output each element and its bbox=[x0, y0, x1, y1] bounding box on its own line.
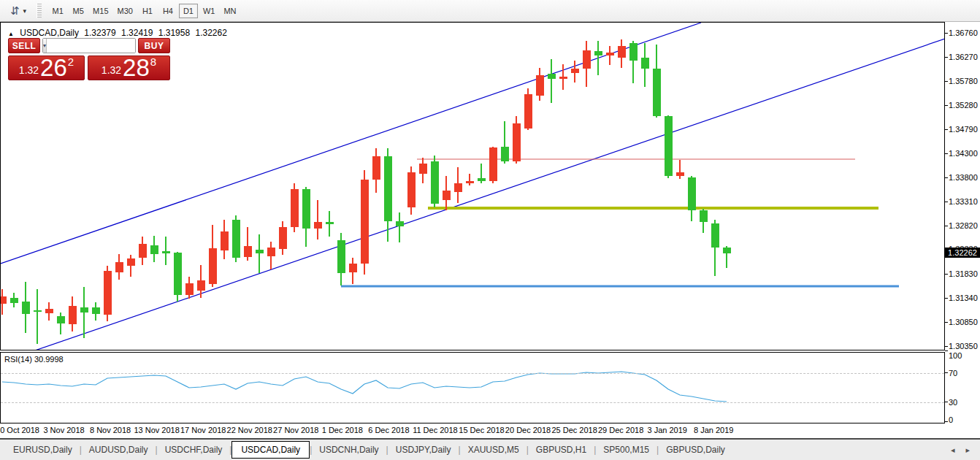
tab-gbpusd-daily[interactable]: GBPUSD,Daily bbox=[659, 442, 732, 458]
price-axis-label: 1.36270 bbox=[949, 53, 980, 61]
tab-usdcnh-daily[interactable]: USDCNH,Daily bbox=[312, 442, 386, 458]
timeframe-button-m1[interactable]: M1 bbox=[48, 4, 67, 18]
trend-channel-line bbox=[33, 39, 944, 350]
candle-body bbox=[314, 222, 322, 229]
candle-body bbox=[524, 94, 532, 129]
candle-body bbox=[302, 189, 310, 229]
rsi-axis-tick bbox=[945, 372, 948, 373]
main-chart-panel: ▲ USDCAD,Daily 1.32379 1.32419 1.31958 1… bbox=[0, 22, 945, 350]
timeframe-button-h1[interactable]: H1 bbox=[138, 4, 157, 18]
timeframe-button-d1[interactable]: D1 bbox=[179, 4, 198, 18]
candle-body bbox=[291, 189, 299, 227]
symbol-name: USDCAD,Daily bbox=[20, 28, 79, 38]
price-axis-tick bbox=[945, 177, 948, 178]
time-axis-label: 8 Jan 2019 bbox=[681, 426, 746, 434]
rsi-line-layer bbox=[1, 353, 944, 423]
volume-input[interactable] bbox=[47, 39, 136, 53]
price-axis-label: 1.33800 bbox=[949, 173, 980, 182]
candle-body bbox=[326, 222, 334, 224]
tab-scroll-left-icon[interactable]: ◂ bbox=[951, 445, 960, 454]
candle-body bbox=[700, 210, 708, 222]
chart-symbol-header: ▲ USDCAD,Daily 1.32379 1.32419 1.31958 1… bbox=[8, 28, 230, 38]
candle-body bbox=[10, 298, 18, 303]
timeframe-button-m30[interactable]: M30 bbox=[114, 4, 137, 18]
candle-body bbox=[396, 221, 404, 226]
rsi-axis-tick bbox=[945, 350, 948, 351]
tab-scroll-right-icon[interactable]: ▸ bbox=[965, 445, 974, 454]
candle-wick bbox=[259, 234, 260, 273]
tab-usdjpy-daily[interactable]: USDJPY,Daily bbox=[388, 442, 459, 458]
chart-tabs: EURUSD,Daily|AUDUSD,Daily|USDCHF,Daily|U… bbox=[6, 441, 732, 459]
candle-body bbox=[559, 77, 567, 79]
tab-xauusd-m5[interactable]: XAUUSD,M5 bbox=[461, 442, 527, 458]
rsi-indicator-panel[interactable]: RSI(14) 30.9998 bbox=[0, 352, 945, 423]
price-axis-tick bbox=[945, 322, 948, 323]
candle-body bbox=[466, 181, 474, 183]
candle-wick bbox=[609, 46, 610, 65]
sell-button[interactable]: SELL bbox=[8, 38, 40, 53]
top-toolbar: ⇵ ▾ M1M5M15M30H1H4D1W1MN bbox=[0, 0, 980, 22]
timeframe-button-m15[interactable]: M15 bbox=[89, 4, 112, 18]
price-axis-tick bbox=[945, 298, 948, 299]
price-axis-tick bbox=[945, 153, 948, 154]
chevron-down-icon[interactable]: ▾ bbox=[23, 7, 27, 15]
candle-body bbox=[723, 248, 731, 253]
candle-body bbox=[629, 43, 638, 61]
candle-body bbox=[232, 220, 240, 258]
candle-body bbox=[676, 172, 684, 176]
price-axis-tick bbox=[945, 346, 948, 347]
candle-body bbox=[431, 161, 439, 204]
buy-price-prefix: 1.32 bbox=[102, 64, 121, 76]
candle-wick bbox=[679, 160, 681, 179]
tab-sp500-m15[interactable]: SP500,M15 bbox=[596, 442, 656, 458]
tab-usdchf-daily[interactable]: USDCHF,Daily bbox=[158, 442, 230, 458]
tab-scroll-arrows: ◂ ▸ bbox=[951, 445, 974, 455]
tab-gbpusd-h1[interactable]: GBPUSD,H1 bbox=[529, 442, 594, 458]
candle-body bbox=[279, 227, 287, 249]
candle-body bbox=[34, 310, 42, 312]
buy-price-big: 28 bbox=[123, 58, 150, 78]
tab-audusd-daily[interactable]: AUDUSD,Daily bbox=[82, 442, 156, 458]
candle-wick bbox=[551, 59, 552, 103]
price-axis-label: 1.35280 bbox=[949, 101, 980, 110]
candle-body bbox=[69, 306, 77, 324]
price-axis-label: 1.34790 bbox=[949, 125, 980, 134]
sell-price-big: 26 bbox=[40, 58, 67, 78]
timeframe-button-h4[interactable]: H4 bbox=[158, 4, 177, 18]
tab-eurusd-daily[interactable]: EURUSD,Daily bbox=[6, 442, 80, 458]
candle-body bbox=[711, 223, 719, 248]
swap-arrows-icon: ⇵ bbox=[10, 5, 20, 16]
candle-wick bbox=[317, 200, 318, 239]
price-axis-tick bbox=[945, 33, 948, 34]
buy-button[interactable]: BUY bbox=[138, 38, 170, 53]
price-axis-tick bbox=[945, 274, 948, 275]
candle-body bbox=[501, 147, 509, 161]
toolbar-grip[interactable] bbox=[37, 4, 42, 18]
collapse-triangle-icon[interactable]: ▲ bbox=[8, 31, 14, 37]
candle-body bbox=[80, 307, 88, 313]
candle-body bbox=[174, 253, 182, 295]
rsi-axis-label: 100 bbox=[949, 351, 980, 360]
rsi-dashed-level bbox=[1, 373, 944, 374]
candle-body bbox=[688, 177, 696, 210]
rsi-dashed-level bbox=[1, 402, 944, 403]
timeframe-button-m5[interactable]: M5 bbox=[69, 4, 88, 18]
candle-wick bbox=[83, 287, 85, 338]
timeframe-button-w1[interactable]: W1 bbox=[199, 4, 219, 18]
buy-quote-box[interactable]: 1.32 28 8 bbox=[88, 55, 170, 80]
candle-body bbox=[384, 156, 392, 221]
rsi-axis-label: 0 bbox=[949, 415, 980, 424]
sell-quote-box[interactable]: 1.32 26 2 bbox=[8, 55, 85, 80]
candle-body bbox=[221, 231, 229, 250]
chart-tool-button[interactable]: ⇵ ▾ bbox=[7, 4, 29, 18]
timeframe-button-mn[interactable]: MN bbox=[220, 4, 240, 18]
candle-body bbox=[45, 309, 53, 313]
price-axis-label: 1.35780 bbox=[949, 77, 980, 85]
one-click-trading-panel: SELL ▾ ▴ BUY 1.32 26 2 1.32 28 8 bbox=[8, 38, 170, 80]
tab-usdcad-daily[interactable]: USDCAD,Daily bbox=[231, 441, 310, 459]
time-axis[interactable]: 30 Oct 20183 Nov 20188 Nov 201813 Nov 20… bbox=[0, 424, 945, 437]
price-axis-tick bbox=[945, 57, 948, 58]
timeframe-buttons: M1M5M15M30H1H4D1W1MN bbox=[47, 4, 240, 18]
ohlc-high: 1.32419 bbox=[121, 28, 153, 38]
candle-body bbox=[22, 302, 30, 314]
